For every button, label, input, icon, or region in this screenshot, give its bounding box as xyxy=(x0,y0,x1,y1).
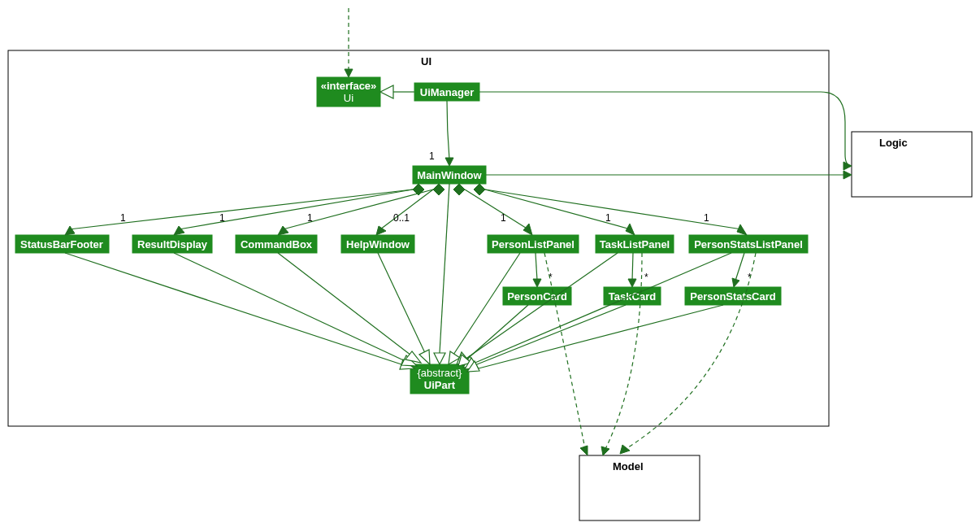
svg-text:PersonStatsCard: PersonStatsCard xyxy=(690,290,776,303)
node-help-window: HelpWindow xyxy=(341,235,414,253)
svg-text:TaskListPanel: TaskListPanel xyxy=(600,238,670,250)
node-person-stats-card: PersonStatsCard xyxy=(685,287,781,305)
node-ui-part: {abstract} UiPart xyxy=(410,364,469,394)
multiplicity-taskcard: * xyxy=(644,272,648,283)
svg-text:TaskCard: TaskCard xyxy=(609,290,656,303)
svg-text:«interface»: «interface» xyxy=(321,80,377,92)
multiplicity-tasklistpanel: 1 xyxy=(605,212,611,224)
svg-marker-58 xyxy=(620,445,630,454)
multiplicity-resultdisplay: 1 xyxy=(219,212,225,224)
node-person-card: PersonCard xyxy=(503,287,571,305)
node-task-card: TaskCard xyxy=(604,287,661,305)
multiplicity-statusbarfooter: 1 xyxy=(120,212,126,224)
svg-text:PersonCard: PersonCard xyxy=(507,290,567,303)
node-main-window: MainWindow xyxy=(413,166,486,184)
svg-text:MainWindow: MainWindow xyxy=(417,169,482,181)
node-status-bar-footer: StatusBarFooter xyxy=(15,235,109,253)
node-person-list-panel: PersonListPanel xyxy=(488,235,579,253)
multiplicity-personlistpanel: 1 xyxy=(501,212,506,224)
node-command-box: CommandBox xyxy=(236,235,317,253)
uml-diagram: UI Logic Model «interface» Ui UiManager … xyxy=(0,0,980,527)
package-logic-box xyxy=(852,132,972,197)
multiplicity-personstatslistpanel: 1 xyxy=(704,212,709,224)
package-model-label: Model xyxy=(613,460,644,473)
multiplicity-helpwindow: 0..1 xyxy=(393,212,410,224)
node-task-list-panel: TaskListPanel xyxy=(596,235,674,253)
multiplicity-mainwindow: 1 xyxy=(429,150,435,162)
svg-marker-34 xyxy=(843,171,852,179)
node-ui-interface: «interface» Ui xyxy=(317,77,380,107)
svg-text:UiPart: UiPart xyxy=(424,379,456,391)
svg-text:CommandBox: CommandBox xyxy=(241,238,313,250)
node-result-display: ResultDisplay xyxy=(132,235,212,253)
svg-marker-32 xyxy=(843,162,852,170)
svg-text:Ui: Ui xyxy=(344,92,353,104)
multiplicity-commandbox: 1 xyxy=(307,212,313,224)
multiplicity-personstatscard: * xyxy=(748,272,752,283)
svg-text:StatusBarFooter: StatusBarFooter xyxy=(20,238,103,250)
svg-marker-57 xyxy=(601,446,609,455)
package-logic-label: Logic xyxy=(879,137,908,149)
svg-text:PersonStatsListPanel: PersonStatsListPanel xyxy=(694,238,803,250)
node-person-stats-list-panel: PersonStatsListPanel xyxy=(689,235,808,253)
node-ui-manager: UiManager xyxy=(414,83,479,101)
svg-marker-56 xyxy=(580,446,588,455)
svg-text:ResultDisplay: ResultDisplay xyxy=(137,238,208,250)
svg-text:PersonListPanel: PersonListPanel xyxy=(492,238,575,250)
svg-text:HelpWindow: HelpWindow xyxy=(346,238,410,250)
multiplicity-personcard: * xyxy=(549,272,553,283)
svg-text:UiManager: UiManager xyxy=(420,86,474,98)
svg-text:{abstract}: {abstract} xyxy=(418,367,463,379)
package-ui-label: UI xyxy=(421,55,431,68)
